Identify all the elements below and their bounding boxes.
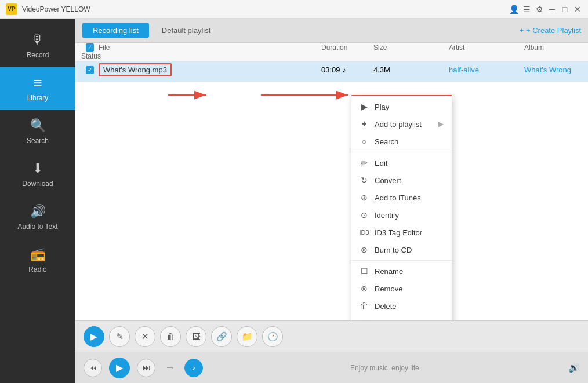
toolbar-history-btn[interactable]: 🕐 <box>262 326 283 347</box>
delete-menu-icon: 🗑 <box>360 301 369 311</box>
sidebar-item-download[interactable]: ⬇ Download <box>0 153 75 196</box>
play-menu-icon: ▶ <box>360 102 369 111</box>
sidebar-item-library[interactable]: ≡ Library <box>0 67 75 110</box>
menu-item-rename[interactable]: ☐ Rename <box>351 262 452 280</box>
toolbar-link-btn[interactable]: 🔗 <box>211 326 232 347</box>
menu-item-open-folder[interactable]: 📁 Open folder <box>351 315 452 320</box>
sidebar-item-search[interactable]: 🔍 Search <box>0 110 75 153</box>
menu-item-play[interactable]: ▶ Play <box>351 98 452 115</box>
player-status-text: Enjoy music, enjoy life. <box>350 364 421 372</box>
row-checkbox[interactable]: ✓ <box>86 66 94 74</box>
player-play-btn[interactable]: ▶ <box>109 358 130 378</box>
row-size: 4.3M <box>373 65 449 74</box>
header-duration: Duration <box>321 43 373 52</box>
itunes-menu-icon: ⊕ <box>360 193 369 202</box>
sidebar-item-audio-to-text[interactable]: 🔊 Audio to Text <box>0 196 75 239</box>
menu-item-remove[interactable]: ⊗ Remove <box>351 280 452 297</box>
identify-menu-icon: ⊙ <box>360 210 369 220</box>
radio-icon: 📻 <box>30 247 46 262</box>
menu-label-rename: Rename <box>375 267 444 276</box>
menu-divider-2 <box>351 260 452 261</box>
menu-item-edit[interactable]: ✏ Edit <box>351 154 452 172</box>
table-area: ✓ File Duration Size Artist Album Status… <box>75 43 588 320</box>
sidebar-item-radio[interactable]: 📻 Radio <box>0 239 75 282</box>
sidebar-label-download: Download <box>22 180 53 188</box>
toolbar-edit-btn[interactable]: ✎ <box>109 326 130 347</box>
tab-recording-list[interactable]: Recording list <box>82 23 149 38</box>
player-music-btn[interactable]: ♪ <box>184 359 203 377</box>
app-logo: VP <box>6 3 17 15</box>
toolbar-folder-btn[interactable]: 📁 <box>237 326 257 347</box>
sidebar-label-library: Library <box>27 94 49 102</box>
menu-label-add-to-playlist: Add to playlist <box>375 120 433 129</box>
sidebar-label-audio-to-text: Audio to Text <box>17 222 57 231</box>
header-album: Album <box>524 43 582 52</box>
app-body: 🎙 Record ≡ Library 🔍 Search ⬇ Download 🔊… <box>0 19 588 383</box>
menu-label-open-folder: Open folder <box>375 319 444 321</box>
context-menu: ▶ Play + Add to playlist ▶ ○ Search ✏ Ed… <box>351 95 452 320</box>
row-album: What's Wrong <box>524 65 582 74</box>
maximize-btn[interactable]: □ <box>560 5 569 14</box>
toolbar-remove-btn[interactable]: ✕ <box>135 326 155 347</box>
menu-label-convert: Convert <box>375 176 444 185</box>
header-size: Size <box>373 43 449 52</box>
header-file: File <box>99 43 240 52</box>
menu-item-convert[interactable]: ↻ Convert <box>351 172 452 189</box>
volume-icon: 🔊 <box>568 362 580 373</box>
menu-item-burn-to-cd[interactable]: ⊚ Burn to CD <box>351 241 452 258</box>
menu-label-id3-tag: ID3 Tag Editor <box>375 228 444 237</box>
create-playlist-icon: + <box>519 26 524 35</box>
menu-label-add-to-itunes: Add to iTunes <box>375 194 444 202</box>
table-row[interactable]: ✓ What's Wrong.mp3 03:09 ♪ 4.3M half-ali… <box>75 61 588 82</box>
player-next-btn[interactable]: ⏭ <box>137 359 155 377</box>
menu-item-delete[interactable]: 🗑 Delete <box>351 297 452 315</box>
menu-label-search: Search <box>375 137 444 146</box>
menu-label-delete: Delete <box>375 302 444 311</box>
record-icon: 🎙 <box>31 32 44 48</box>
remove-menu-icon: ⊗ <box>360 284 369 293</box>
submenu-arrow-icon: ▶ <box>438 120 444 128</box>
menu-item-add-to-itunes[interactable]: ⊕ Add to iTunes <box>351 189 452 206</box>
header-checkbox-cell: ✓ <box>81 43 99 52</box>
player-prev-btn[interactable]: ⏮ <box>84 359 102 377</box>
close-btn[interactable]: ✕ <box>573 5 582 14</box>
create-playlist-button[interactable]: + + Create Playlist <box>519 26 581 35</box>
menu-label-play: Play <box>375 103 444 111</box>
edit-menu-icon: ✏ <box>360 158 369 167</box>
app-title: VideoPower YELLOW <box>22 5 509 13</box>
header-status: Status <box>81 52 99 60</box>
sidebar-label-search: Search <box>27 137 49 145</box>
sidebar-label-record: Record <box>27 51 49 59</box>
bottom-toolbar: ▶ ✎ ✕ 🗑 🖼 🔗 📁 🕐 <box>75 320 588 352</box>
menu-item-id3-tag[interactable]: ID3 ID3 Tag Editor <box>351 224 452 241</box>
select-all-checkbox[interactable]: ✓ <box>86 43 94 52</box>
filename-cell: What's Wrong.mp3 <box>99 63 240 76</box>
menu-icon-btn[interactable]: ☰ <box>522 5 531 14</box>
rename-menu-icon: ☐ <box>360 267 369 276</box>
menu-label-burn-to-cd: Burn to CD <box>375 246 444 254</box>
tab-default-playlist[interactable]: Default playlist <box>151 23 222 38</box>
menu-item-identify[interactable]: ⊙ Identify <box>351 206 452 224</box>
settings-icon-btn[interactable]: ⚙ <box>535 5 544 14</box>
create-playlist-label: + Create Playlist <box>526 26 581 35</box>
sidebar-label-radio: Radio <box>28 265 46 273</box>
minimize-btn[interactable]: ─ <box>547 5 557 14</box>
search-menu-icon: ○ <box>360 137 369 146</box>
row-checkbox-cell: ✓ <box>81 66 99 74</box>
toolbar-delete-btn[interactable]: 🗑 <box>160 326 181 347</box>
row-artist: half-alive <box>449 65 524 74</box>
toolbar-play-btn[interactable]: ▶ <box>84 326 104 347</box>
search-icon: 🔍 <box>30 118 46 133</box>
menu-item-search[interactable]: ○ Search <box>351 133 452 150</box>
sidebar-item-record[interactable]: 🎙 Record <box>0 24 75 67</box>
user-icon-btn[interactable]: 👤 <box>509 5 518 14</box>
header-artist: Artist <box>449 43 524 52</box>
menu-label-identify: Identify <box>375 211 444 220</box>
tabbar: Recording list Default playlist + + Crea… <box>75 19 588 43</box>
toolbar-image-btn[interactable]: 🖼 <box>186 326 206 347</box>
menu-item-add-to-playlist[interactable]: + Add to playlist ▶ <box>351 115 452 133</box>
add-playlist-menu-icon: + <box>360 119 369 129</box>
menu-divider-1 <box>351 152 452 152</box>
player-arrow-icon: → <box>165 362 175 374</box>
id3-menu-icon: ID3 <box>360 228 369 237</box>
